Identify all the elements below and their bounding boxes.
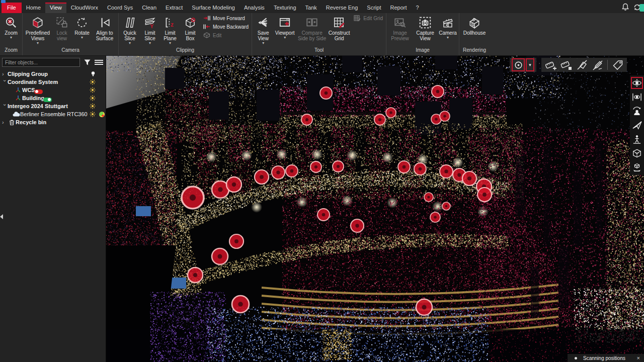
image-preview-label: Image Preview [387, 30, 413, 41]
menu-script[interactable]: Script [362, 3, 385, 13]
menu-report[interactable]: Report [385, 3, 411, 13]
menu-clean[interactable]: Clean [137, 3, 161, 13]
capture-view-icon [419, 15, 432, 30]
predefined-views-button[interactable]: Predefined Views ▾ [24, 13, 52, 45]
orbit-constrained-tool[interactable] [631, 91, 643, 103]
toggle-off[interactable] [34, 89, 43, 94]
menu-texturing[interactable]: Texturing [269, 3, 301, 13]
toggle-on[interactable] [43, 98, 52, 102]
box-section-tool[interactable] [631, 147, 643, 159]
lock-view-button[interactable]: Lock view [52, 13, 72, 41]
chevron-down-icon: ▾ [447, 36, 449, 40]
trash-icon [8, 119, 16, 126]
menu-file[interactable]: File [2, 3, 22, 13]
construct-grid-button[interactable]: Construct Grid [328, 13, 351, 41]
quick-slice-button[interactable]: Quick Slice ▾ [120, 13, 140, 45]
camera-button[interactable]: Camera ▾ [438, 13, 458, 40]
limit-slice-button[interactable]: Y Limit Slice ▾ [140, 13, 160, 45]
zoom-button[interactable]: Zoom ▾ [1, 13, 21, 40]
construct-grid-icon [333, 15, 346, 30]
legend-label: Scanning positions [583, 355, 637, 361]
menu-cloudworx[interactable]: CloudWorx [66, 3, 103, 13]
move-backward-button[interactable]: Move Backward [203, 24, 249, 30]
menu-surface-modeling[interactable]: Surface Modeling [187, 3, 239, 13]
scanning-positions-legend: Scanning positions × [568, 354, 644, 362]
move-forward-button[interactable]: Move Forward [203, 15, 249, 21]
tag-tool-icon[interactable] [610, 59, 625, 70]
move-forward-label: Move Forward [213, 16, 245, 21]
tree-item-building[interactable]: Building [0, 94, 106, 102]
viewport-3d: ▾ [106, 55, 644, 362]
measure-pick-icon[interactable] [558, 59, 574, 70]
status-sphere-icon[interactable] [99, 112, 105, 117]
draw-erase-tool-icon[interactable] [590, 59, 605, 70]
align-surface-icon [98, 15, 111, 30]
chevron-down-icon[interactable]: › [2, 104, 8, 110]
menu-help[interactable]: ? [412, 3, 424, 13]
viewport-button[interactable]: Viewport ▾ [273, 13, 296, 40]
legend-close-icon[interactable]: × [637, 355, 640, 361]
tree-item-intergeo-2024-stuttgart[interactable]: › Intergeo 2024 Stuttgart [0, 102, 106, 110]
save-view-button[interactable]: Save View ▾ [253, 13, 273, 45]
menu-home[interactable]: Home [22, 3, 45, 13]
panel-menu-icon[interactable] [95, 60, 103, 65]
orbit-tool[interactable] [631, 77, 643, 89]
panel-collapse-handle[interactable] [0, 214, 3, 219]
tree-label: Recycle bin [16, 119, 46, 125]
image-preview-button[interactable]: Image Preview [387, 13, 413, 41]
rotate-button[interactable]: Rotate ▾ [72, 13, 92, 40]
tree-item-coordinate-system[interactable]: › Coordinate System [0, 78, 106, 86]
tree-item-clipping-group[interactable]: › Clipping Group [0, 70, 106, 78]
chevron-down-icon: ▾ [129, 41, 131, 45]
dollhouse-label: Dollhouse [463, 30, 486, 36]
menu-coord-sys[interactable]: Coord Sys [103, 3, 137, 13]
visibility-sun-icon[interactable] [90, 95, 96, 101]
tree-label: Coordinate System [8, 79, 58, 85]
visibility-sun-icon[interactable] [90, 87, 96, 93]
capture-view-button[interactable]: Capture View [413, 13, 438, 41]
limit-plane-button[interactable]: z Limit Plane ▾ [160, 13, 180, 45]
group-label-zoom: Zoom [1, 47, 21, 55]
legend-dot-icon [575, 357, 577, 359]
bell-icon[interactable] [622, 3, 629, 11]
visibility-sun-icon[interactable] [90, 103, 96, 109]
menu-extract[interactable]: Extract [161, 3, 187, 13]
dollhouse-button[interactable]: Dollhouse [460, 13, 489, 36]
tree-item-wcs[interactable]: WCS [0, 86, 106, 94]
visibility-sun-icon[interactable] [90, 111, 96, 117]
bulb-icon[interactable] [91, 71, 96, 77]
look-around-tool[interactable] [631, 105, 643, 117]
menu-tank[interactable]: Tank [301, 3, 321, 13]
menu-view[interactable]: View [45, 3, 66, 13]
account-icon[interactable] [639, 4, 644, 12]
edit-clipping-button[interactable]: Edit [203, 32, 249, 38]
capture-view-label: Capture View [413, 30, 438, 41]
tree-item-berliner-ensemble-rtc360[interactable]: Berliner Ensemble RTC360 [0, 110, 106, 118]
camera-clapper-icon [441, 15, 454, 30]
visibility-sun-icon[interactable] [90, 79, 96, 85]
menu-analysis[interactable]: Analysis [239, 3, 269, 13]
lock-view-label: Lock view [52, 30, 72, 41]
chevron-down-icon[interactable]: › [2, 80, 8, 85]
menu-reverse-eng[interactable]: Reverse Eng [321, 3, 363, 13]
edit-grid-button[interactable]: Edit Grid [354, 15, 383, 22]
point-cloud-canvas[interactable] [106, 55, 644, 362]
erase-tool-icon[interactable] [574, 59, 590, 70]
scan-marker-visibility-button[interactable] [512, 58, 525, 71]
measure-add-icon[interactable] [543, 59, 558, 70]
edit-clipping-label: Edit [213, 33, 221, 38]
filter-icon[interactable] [84, 59, 91, 66]
compare-side-by-side-button[interactable]: Compare Side by Side [296, 13, 328, 41]
chevron-right-icon[interactable]: › [2, 71, 8, 77]
filter-objects-input[interactable] [2, 58, 80, 67]
object-tree: › Clipping Group › Coordinate System WCS [0, 70, 106, 126]
hand-move-tool[interactable] [631, 161, 643, 173]
walk-tool[interactable] [631, 133, 643, 145]
limit-box-button[interactable]: Limit Box [180, 13, 200, 41]
fly-tool[interactable] [631, 119, 643, 131]
tree-item-recycle-bin[interactable]: › Recycle bin [0, 118, 106, 126]
viewport-icon [278, 15, 291, 30]
marker-dropdown-button[interactable]: ▾ [526, 58, 534, 71]
align-to-surface-button[interactable]: Align to Surface [92, 13, 117, 41]
chevron-right-icon[interactable]: › [2, 119, 8, 125]
